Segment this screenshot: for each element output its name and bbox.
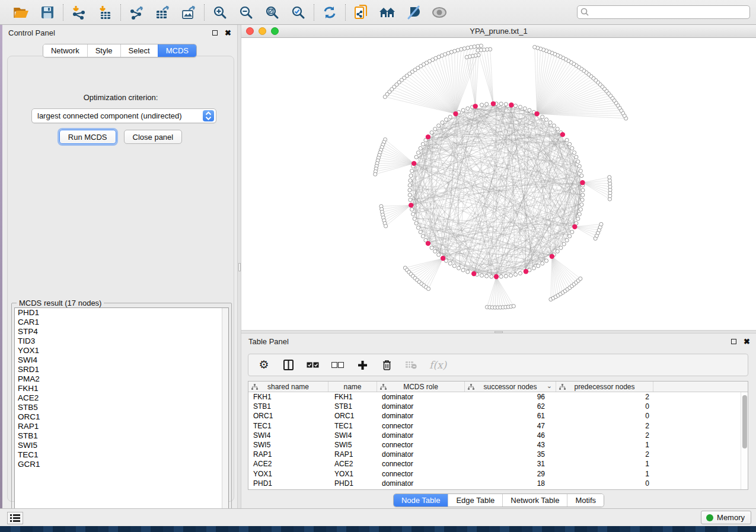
mcds-result-item[interactable]: STB5 xyxy=(15,403,228,412)
mcds-result-item[interactable]: SWI4 xyxy=(15,355,228,365)
select-all-columns-icon[interactable] xyxy=(307,358,319,371)
table-cell[interactable]: FKH1 xyxy=(328,393,377,401)
zoom-selected-icon[interactable] xyxy=(290,4,307,21)
splitter-handle[interactable] xyxy=(238,263,241,271)
network-graph[interactable] xyxy=(241,38,756,330)
table-cell[interactable]: SWI4 xyxy=(248,431,328,440)
table-cell[interactable]: dominator xyxy=(377,402,465,411)
vertical-splitter[interactable] xyxy=(237,25,241,508)
tab-motifs[interactable]: Motifs xyxy=(567,494,604,507)
mcds-result-item[interactable]: TEC1 xyxy=(15,450,228,460)
new-network-from-selection-icon[interactable] xyxy=(353,4,369,21)
table-cell[interactable]: 35 xyxy=(465,450,556,459)
table-cell[interactable]: FKH1 xyxy=(248,393,328,401)
table-cell[interactable]: SWI4 xyxy=(328,431,377,440)
column-header-shared-name[interactable]: shared name xyxy=(248,382,328,392)
mcds-result-item[interactable]: ORC1 xyxy=(15,412,228,422)
table-cell[interactable]: 1 xyxy=(556,470,653,478)
close-panel-icon[interactable]: ✖ xyxy=(744,339,750,344)
table-cell[interactable]: dominator xyxy=(377,412,465,420)
mcds-result-item[interactable]: TID3 xyxy=(15,336,228,346)
table-cell[interactable]: 2 xyxy=(556,431,653,440)
table-cell[interactable]: 31 xyxy=(465,460,556,468)
splitter-handle[interactable] xyxy=(495,331,503,333)
table-cell[interactable]: 0 xyxy=(556,402,653,411)
mcds-result-item[interactable]: ACE2 xyxy=(15,393,228,403)
table-row[interactable]: SWI4SWI4dominator462 xyxy=(248,431,748,440)
table-cell[interactable]: 1 xyxy=(556,441,653,449)
tab-network-table[interactable]: Network Table xyxy=(502,494,567,507)
table-cell[interactable]: connector xyxy=(377,441,465,449)
show-columns-icon[interactable] xyxy=(282,358,294,371)
hide-graphics-details-icon[interactable] xyxy=(405,4,422,21)
zoom-in-icon[interactable] xyxy=(212,4,228,21)
mcds-result-item[interactable]: PHD1 xyxy=(15,308,228,318)
zoom-fit-icon[interactable] xyxy=(264,4,280,21)
network-canvas[interactable] xyxy=(241,38,756,330)
tab-network[interactable]: Network xyxy=(43,44,87,57)
export-network-icon[interactable] xyxy=(128,4,145,21)
mcds-result-item[interactable]: STB1 xyxy=(15,431,228,441)
table-cell[interactable]: ACE2 xyxy=(328,460,377,468)
close-panel-button[interactable]: Close panel xyxy=(124,130,183,144)
float-panel-icon[interactable] xyxy=(212,30,218,36)
table-row[interactable]: YOX1YOX1connector291 xyxy=(248,469,748,479)
table-cell[interactable]: 2 xyxy=(556,393,653,401)
mcds-result-item[interactable]: SWI5 xyxy=(15,441,228,450)
mcds-result-item[interactable]: CAR1 xyxy=(15,318,228,327)
table-cell[interactable]: 0 xyxy=(556,412,653,420)
table-cell[interactable]: SWI5 xyxy=(248,441,328,449)
mcds-result-item[interactable]: SRD1 xyxy=(15,365,228,374)
table-row[interactable]: FKH1FKH1dominator962 xyxy=(248,392,748,402)
zoom-out-icon[interactable] xyxy=(238,4,254,21)
table-cell[interactable]: 18 xyxy=(465,479,556,488)
table-cell[interactable]: ORC1 xyxy=(248,412,328,420)
mcds-result-item[interactable]: PMA2 xyxy=(15,374,228,384)
table-cell[interactable]: 29 xyxy=(465,470,556,478)
home-icon[interactable] xyxy=(379,4,395,21)
table-cell[interactable]: TEC1 xyxy=(248,422,328,430)
mcds-list-scrollbar[interactable] xyxy=(222,308,228,518)
tab-select[interactable]: Select xyxy=(120,44,158,57)
table-cell[interactable]: RAP1 xyxy=(248,450,328,459)
mcds-result-item[interactable]: GCR1 xyxy=(15,460,228,469)
table-cell[interactable]: dominator xyxy=(377,431,465,440)
export-table-icon[interactable] xyxy=(154,4,171,21)
tab-style[interactable]: Style xyxy=(87,44,120,57)
column-header-mcds-role[interactable]: MCDS role xyxy=(377,382,465,392)
tab-mcds[interactable]: MCDS xyxy=(158,44,196,57)
mcds-result-item[interactable]: STP4 xyxy=(15,327,228,336)
table-cell[interactable]: PHD1 xyxy=(248,479,328,488)
table-cell[interactable]: SWI5 xyxy=(328,441,377,449)
table-row[interactable]: RAP1RAP1dominator352 xyxy=(248,450,748,459)
table-cell[interactable]: YOX1 xyxy=(248,470,328,478)
table-cell[interactable]: dominator xyxy=(377,479,465,488)
table-cell[interactable]: dominator xyxy=(377,393,465,401)
table-cell[interactable]: TEC1 xyxy=(328,422,377,430)
table-cell[interactable]: 0 xyxy=(556,479,653,488)
table-cell[interactable]: 1 xyxy=(556,460,653,468)
table-row[interactable]: ACE2ACE2connector311 xyxy=(248,459,748,469)
table-cell[interactable]: 2 xyxy=(556,450,653,459)
table-cell[interactable]: 62 xyxy=(465,402,556,411)
table-row[interactable]: PHD1PHD1dominator180 xyxy=(248,479,748,488)
mcds-result-list[interactable]: PHD1CAR1STP4TID3YOX1SWI4SRD1PMA2FKH1ACE2… xyxy=(14,307,229,519)
save-icon[interactable] xyxy=(39,4,56,21)
criterion-dropdown[interactable]: largest connected component (undirected) xyxy=(31,108,216,123)
table-cell[interactable]: RAP1 xyxy=(328,450,377,459)
show-graphics-details-icon[interactable] xyxy=(431,4,448,21)
table-cell[interactable]: 43 xyxy=(465,441,556,449)
table-cell[interactable]: 47 xyxy=(465,422,556,430)
memory-button[interactable]: Memory xyxy=(701,511,751,524)
import-network-icon[interactable] xyxy=(71,4,87,21)
search-input[interactable] xyxy=(577,5,750,19)
task-history-button[interactable] xyxy=(7,512,23,524)
table-cell[interactable]: STB1 xyxy=(248,402,328,411)
open-folder-icon[interactable] xyxy=(13,4,30,21)
table-cell[interactable]: PHD1 xyxy=(328,479,377,488)
table-cell[interactable]: connector xyxy=(377,460,465,468)
close-panel-icon[interactable]: ✖ xyxy=(225,30,231,36)
deselect-all-columns-icon[interactable] xyxy=(331,358,344,371)
table-cell[interactable]: ACE2 xyxy=(248,460,328,468)
table-cell[interactable]: ORC1 xyxy=(328,412,377,420)
